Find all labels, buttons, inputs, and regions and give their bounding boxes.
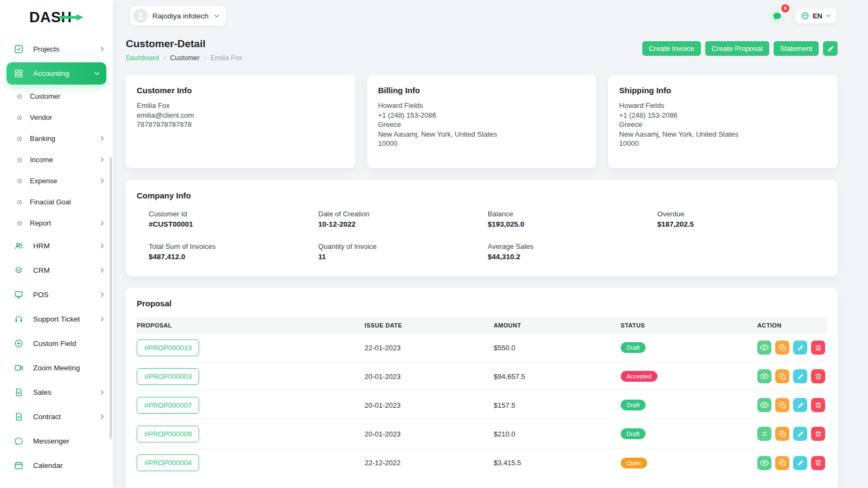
sidebar-item-label: Finacial Goal bbox=[30, 198, 71, 206]
company-info-grid: Customer Id #CUST00001 Date of Creation … bbox=[126, 200, 838, 261]
field-date-of-creation: Date of Creation 10-12-2022 bbox=[318, 210, 488, 228]
sidebar-item-income[interactable]: Income bbox=[0, 149, 113, 170]
field-value: 11 bbox=[318, 253, 488, 261]
create-invoice-button[interactable]: Create Invoice bbox=[642, 41, 701, 56]
chevron-right-icon bbox=[99, 267, 105, 273]
sidebar-item-pos[interactable]: POS bbox=[0, 282, 113, 307]
language-selector[interactable]: EN bbox=[795, 8, 837, 23]
chevron-right-icon bbox=[99, 178, 105, 184]
proposal-link[interactable]: #PROP000004 bbox=[137, 454, 199, 471]
view-button[interactable] bbox=[757, 369, 771, 383]
copy-icon bbox=[779, 344, 786, 351]
sidebar-item-calendar[interactable]: Calendar bbox=[0, 453, 113, 478]
circle-dot-icon bbox=[17, 136, 22, 142]
info-cards-row: Customer Info Emilia Fox emilia@client.c… bbox=[126, 75, 838, 168]
field-total-sum-invoices: Total Sum of Invoices $487,412.0 bbox=[149, 242, 318, 261]
sidebar-item-crm[interactable]: CRM bbox=[0, 258, 113, 282]
shipping-info-card: Shipping Info Howard Fields +1 (248) 153… bbox=[608, 75, 838, 168]
delete-button[interactable] bbox=[811, 369, 825, 383]
chevron-right-icon bbox=[99, 389, 105, 395]
copy-icon bbox=[779, 459, 786, 466]
sidebar-item-finacial-goal[interactable]: Finacial Goal bbox=[0, 191, 113, 213]
sidebar-item-report[interactable]: Report bbox=[0, 213, 113, 234]
document-icon bbox=[14, 388, 23, 397]
proposal-link[interactable]: #PROP000007 bbox=[137, 397, 199, 414]
chevron-right-icon bbox=[99, 292, 105, 298]
breadcrumb-customer[interactable]: Customer bbox=[170, 54, 200, 62]
messages-button[interactable]: 9 bbox=[769, 8, 786, 24]
sidebar-item-vendor[interactable]: Vendor bbox=[0, 107, 113, 128]
edit-customer-button[interactable] bbox=[823, 41, 838, 56]
chevron-right-icon bbox=[99, 46, 105, 52]
edit-button[interactable] bbox=[793, 427, 807, 441]
pencil-icon bbox=[797, 344, 804, 351]
billing-zip: 10000 bbox=[378, 139, 586, 149]
circle-dot-icon bbox=[17, 157, 22, 163]
statement-button[interactable]: Statement bbox=[774, 41, 819, 56]
status-badge: Open bbox=[621, 458, 647, 468]
edit-button[interactable] bbox=[793, 369, 807, 383]
view-button[interactable] bbox=[757, 398, 771, 412]
sidebar-item-label: Vendor bbox=[30, 113, 52, 121]
sidebar-item-contract[interactable]: Contract bbox=[0, 404, 113, 429]
view-button[interactable] bbox=[757, 341, 771, 355]
proposal-card: Proposal PROPOSAL ISSUE DATE AMOUNT STAT… bbox=[126, 288, 838, 488]
copy-button[interactable] bbox=[775, 427, 789, 441]
sidebar-item-label: Accounting bbox=[33, 69, 69, 78]
convert-button[interactable] bbox=[757, 427, 771, 441]
delete-button[interactable] bbox=[811, 341, 825, 355]
field-balance: Balance $193,025.0 bbox=[488, 210, 658, 228]
billing-info-card: Billing Info Howard Fields +1 (248) 153-… bbox=[367, 75, 597, 168]
sidebar-scrollbar[interactable] bbox=[110, 157, 112, 439]
sidebar-item-custom-field[interactable]: Custom Field bbox=[0, 331, 113, 356]
delete-button[interactable] bbox=[811, 456, 825, 470]
view-button[interactable] bbox=[757, 456, 771, 470]
amount: $94,657.5 bbox=[494, 373, 621, 381]
chevron-right-icon bbox=[99, 316, 105, 322]
chevron-down-icon bbox=[826, 13, 831, 18]
grid-icon bbox=[14, 69, 23, 78]
sidebar-item-customer[interactable]: Customer bbox=[0, 86, 113, 107]
copy-button[interactable] bbox=[775, 456, 789, 470]
create-proposal-button[interactable]: Create Proposal bbox=[705, 41, 769, 56]
people-icon bbox=[14, 241, 23, 251]
copy-button[interactable] bbox=[775, 398, 789, 412]
headset-icon bbox=[14, 314, 23, 324]
sidebar-item-messenger[interactable]: Messenger bbox=[0, 429, 113, 453]
sidebar-item-sales[interactable]: Sales bbox=[0, 380, 113, 404]
breadcrumb: Dashboard › Customer › Emilia Fox bbox=[126, 54, 242, 62]
table-row: #PROP000007 20-01-2023 $157.5 Draft bbox=[137, 391, 827, 420]
sidebar-item-hrm[interactable]: HRM bbox=[0, 234, 113, 258]
app-logo[interactable]: DASH bbox=[0, 0, 113, 35]
proposal-link[interactable]: #PROP000009 bbox=[137, 426, 199, 442]
proposal-link[interactable]: #PROP000003 bbox=[137, 368, 199, 385]
edit-button[interactable] bbox=[793, 456, 807, 470]
copy-button[interactable] bbox=[775, 369, 789, 383]
monitor-icon bbox=[14, 290, 23, 299]
circle-dot-icon bbox=[17, 115, 22, 120]
topbar-actions: 9 EN bbox=[769, 8, 837, 24]
delete-button[interactable] bbox=[811, 427, 825, 441]
chevron-down-icon bbox=[214, 13, 220, 19]
breadcrumb-dashboard[interactable]: Dashboard bbox=[126, 54, 159, 62]
edit-button[interactable] bbox=[793, 398, 807, 412]
sidebar-item-accounting[interactable]: Accounting bbox=[7, 62, 106, 85]
issue-date: 20-01-2023 bbox=[365, 373, 494, 381]
sidebar-item-zoom-meeting[interactable]: Zoom Meeting bbox=[0, 356, 113, 380]
sidebar-item-projects[interactable]: Projects bbox=[0, 37, 113, 61]
company-selector[interactable]: Rajodiya infotech bbox=[130, 6, 226, 25]
topbar: Rajodiya infotech 9 EN bbox=[113, 0, 868, 31]
field-label: Average Sales bbox=[488, 242, 658, 251]
sidebar-item-banking[interactable]: Banking bbox=[0, 128, 113, 149]
field-label: Total Sum of Invoices bbox=[149, 242, 318, 251]
sidebar-item-support-ticket[interactable]: Support Ticket bbox=[0, 307, 113, 331]
sidebar-item-expense[interactable]: Expense bbox=[0, 170, 113, 191]
circle-dot-icon bbox=[17, 221, 22, 226]
chevron-right-icon bbox=[99, 243, 105, 249]
delete-button[interactable] bbox=[811, 398, 825, 412]
edit-button[interactable] bbox=[793, 341, 807, 355]
sidebar-item-label: Income bbox=[30, 156, 53, 164]
proposal-link[interactable]: #PROP000013 bbox=[137, 339, 199, 356]
circle-dot-icon bbox=[17, 94, 22, 99]
copy-button[interactable] bbox=[775, 341, 789, 355]
